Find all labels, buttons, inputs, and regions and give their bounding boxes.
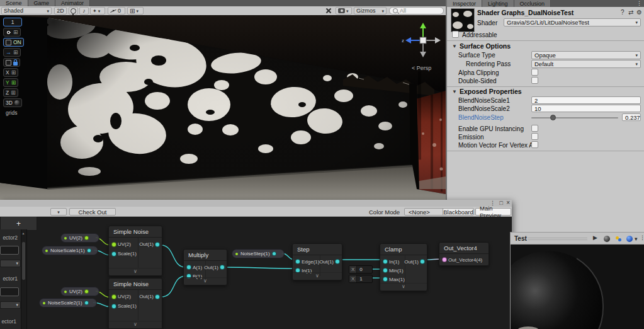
input-port-scale[interactable]: Scale(1) (109, 301, 138, 311)
output-port[interactable]: Out(1) (206, 263, 227, 272)
addressable-checkbox[interactable] (452, 31, 459, 38)
input-port-out-vector4[interactable]: Out_Vector4(4) (439, 254, 489, 265)
help-icon[interactable]: ? (621, 9, 624, 16)
main-preview-titlebar[interactable]: Test ▶ ▾ ⋮ (511, 232, 644, 245)
scene-camera-dropdown[interactable]: ▾ (336, 7, 352, 14)
grid-visibility-dropdown[interactable]: ⊞ ▾ (127, 7, 144, 14)
grid-x-toggle[interactable]: X⊞ (3, 68, 18, 77)
presets-icon[interactable]: ⇄ (628, 9, 633, 16)
blendnoisestep-value-field[interactable]: 0.237 (622, 113, 641, 121)
tab-scene[interactable]: Scene (0, 0, 28, 6)
surface-options-header[interactable]: Surface Options (460, 42, 511, 50)
property-mode-dropdown[interactable]: ▾ (0, 260, 21, 267)
clamp-node[interactable]: Clamp In(1) Min(1) Max(1) Out(1) ∨ (380, 243, 427, 291)
x-axis-icon[interactable] (435, 37, 441, 43)
output-port[interactable]: Out(1) (405, 257, 427, 266)
step-node[interactable]: Step Edge(1) In(1) Out(1) ∨ (292, 243, 342, 280)
scene-visibility-toggle[interactable]: 0 (108, 7, 125, 14)
main-preview-toggle-button[interactable]: Main Preview (475, 208, 511, 216)
output-port[interactable]: Out(1) (138, 292, 162, 301)
noisestep-property-node[interactable]: NoiseStep(1) (232, 249, 285, 258)
play-icon[interactable]: ▶ (593, 234, 597, 241)
scene-search-input[interactable]: All (389, 7, 444, 14)
rendering-pass-dropdown[interactable]: Default▾ (531, 60, 641, 68)
output-port[interactable] (88, 249, 91, 252)
input-port-uv[interactable]: UV(2) (109, 292, 138, 301)
property-name-field[interactable] (0, 246, 19, 255)
add-property-button[interactable]: + (16, 219, 21, 228)
z-axis-icon[interactable] (405, 37, 411, 43)
blendnoisestep-slider-track[interactable] (531, 117, 618, 118)
simple-noise-node-2[interactable]: Simple Noise UV(2) Scale(1) Out(1) ∨ (108, 278, 162, 329)
collapse-chevron-icon[interactable]: ∨ (380, 283, 427, 291)
down-axis-icon[interactable] (420, 52, 426, 57)
gear-icon[interactable]: ⚙ (636, 9, 642, 16)
color-space-icon[interactable] (616, 236, 621, 241)
blendnoisestep-label[interactable]: BlendNoiseStep (458, 114, 504, 121)
input-port-edge[interactable]: Edge(1) (293, 257, 320, 266)
output-port[interactable]: Out(1) (320, 257, 342, 266)
input-port-scale[interactable]: Scale(1) (109, 249, 138, 258)
gizmos-dropdown[interactable]: Gizmos▾ (354, 7, 387, 14)
grids-slot-button[interactable]: 1 (3, 18, 22, 26)
blackboard-panel-header[interactable]: + (0, 217, 37, 231)
grid-z-toggle[interactable]: Z⊞ (3, 88, 18, 97)
scene-effects-dropdown[interactable]: ✦ ▾ (90, 7, 105, 14)
scene-orientation-gizmo[interactable]: z < Persp (402, 20, 446, 72)
scene-viewport[interactable]: 1 ⊞ ON →⊞ X⊞ Y⊞ Z⊞ 3D grids z < Persp (0, 15, 446, 200)
multiply-node[interactable]: Multiply A(1) B(1) Out(1) ∨ (183, 249, 227, 286)
input-port-a[interactable]: A(1) (184, 263, 205, 272)
input-port-in[interactable]: In(1) (380, 257, 405, 266)
grid-y-toggle[interactable]: Y⊞ (3, 78, 18, 87)
preview-mesh-icon[interactable] (604, 236, 610, 242)
shader-graph-canvas[interactable]: + ector2 ▾ ector1 ▾ ector1 ▴ UV(2) Noise… (0, 217, 512, 329)
material-preview-thumbnail[interactable] (451, 8, 475, 32)
foldout-icon[interactable]: ▼ (452, 89, 457, 95)
tab-lighting[interactable]: Lighting (482, 0, 514, 7)
output-port[interactable] (85, 290, 88, 293)
output-port[interactable] (273, 252, 276, 255)
property-name-field[interactable] (0, 287, 19, 296)
output-port[interactable]: Out(1) (138, 240, 162, 249)
blackboard-scrollbar-thumb[interactable] (22, 242, 25, 280)
tab-inspector[interactable]: Inspector (447, 0, 482, 7)
collapse-chevron-icon[interactable]: ∨ (293, 272, 342, 280)
2d-toggle[interactable]: 2D (54, 7, 67, 14)
tab-occlusion[interactable]: Occlusion (514, 0, 551, 7)
clamp-max-value-field[interactable]: X1 (349, 275, 373, 283)
drag-handle[interactable] (528, 238, 587, 240)
out-vector4-node[interactable]: Out_Vector4 Out_Vector4(4) (439, 242, 489, 266)
blackboard-toggle-button[interactable]: Blackboard (443, 208, 474, 216)
grid-3d-toggle[interactable]: 3D (3, 98, 22, 107)
simple-noise-node-1[interactable]: Simple Noise UV(2) Scale(1) Out(1) ∨ (108, 226, 162, 276)
check-out-button[interactable]: Check Out (69, 208, 116, 216)
tab-game[interactable]: Game (28, 0, 56, 6)
grids-visibility-button[interactable]: ⊞ (3, 28, 21, 37)
collapse-chevron-icon[interactable]: ∨ (109, 268, 162, 275)
scene-lighting-toggle[interactable] (69, 7, 78, 14)
gizmo-center-cube[interactable] (420, 37, 426, 43)
collapse-chevron-icon[interactable]: ∨ (109, 321, 162, 328)
tab-animator[interactable]: Animator (55, 0, 90, 6)
environment-icon[interactable] (626, 236, 633, 242)
grids-on-toggle[interactable]: ON (3, 38, 24, 47)
tool-settings-button[interactable] (323, 7, 334, 14)
scene-audio-toggle[interactable]: ♪ (79, 7, 89, 14)
output-port[interactable] (85, 236, 88, 240)
shading-mode-dropdown[interactable]: Shaded▾ (1, 7, 52, 14)
property-mode-dropdown[interactable]: ▾ (0, 301, 21, 309)
menu-dots-icon[interactable]: ⋮ (640, 234, 644, 241)
uv-property-node[interactable]: UV(2) (60, 287, 99, 296)
double-sided-checkbox[interactable] (531, 77, 538, 84)
grids-lock-toggle[interactable] (3, 58, 20, 67)
motion-vector-checkbox[interactable] (531, 141, 538, 148)
save-asset-dropdown[interactable]: ▾ (50, 208, 67, 216)
alpha-clipping-checkbox[interactable] (531, 69, 538, 76)
chevron-down-icon[interactable]: ▾ (635, 236, 638, 242)
emission-checkbox[interactable] (531, 133, 538, 140)
surface-type-dropdown[interactable]: Opaque▾ (531, 51, 641, 59)
uv-property-node[interactable]: UV(2) (60, 233, 99, 243)
scroll-up-icon[interactable]: ▴ (21, 231, 26, 235)
blendnoisescale2-field[interactable]: 10 (531, 105, 641, 112)
clamp-min-value-field[interactable]: X0 (349, 265, 373, 274)
